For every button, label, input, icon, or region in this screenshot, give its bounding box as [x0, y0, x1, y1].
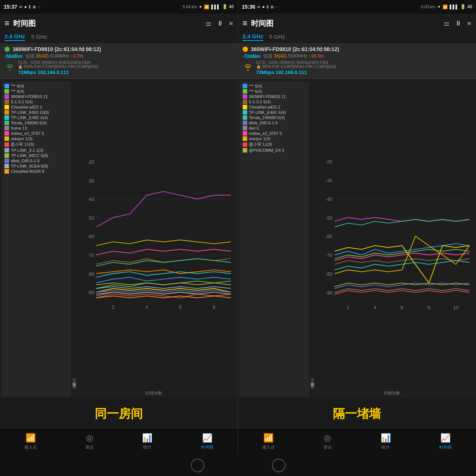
tab-5ghz[interactable]: 5 GHz [269, 33, 286, 41]
tab-bar: 2.4 GHz 5 GHz [238, 33, 476, 43]
status-left: 15:37 ∞ ● $ ⊞ ··· [4, 4, 41, 10]
chart-legend: *** 6(4) *** 6(4) 360WiFi-FD9810 11 [240, 82, 309, 397]
bottom-nav: 📶 接入点 ◎ 雷达 📊 统计 📈 时间图 [0, 428, 238, 455]
legend-label: *** 6(4) [11, 89, 24, 94]
nav-item-雷达[interactable]: ◎ 雷达 [323, 433, 332, 450]
legend-item: TP-LINK_89CC 6(8) [5, 153, 68, 158]
legend-color-box [243, 89, 247, 94]
wifi-details: 5170 - 5250 (80MHz) SHENZHEN FEN 🔒 [WPA-… [18, 60, 98, 75]
legend-color-box [243, 105, 247, 109]
nav-label: 雷达 [85, 444, 94, 450]
nav-item-统计[interactable]: 📊 统计 [381, 433, 391, 450]
wifi-freq-range: 5170 - 5250 (80MHz) SHENZHEN FEN [18, 60, 98, 65]
home-bar [0, 455, 476, 476]
legend-label: TP-LINK_8483 10(8) [11, 110, 49, 115]
legend-color-box [5, 84, 9, 88]
nav-item-接入点[interactable]: 📶 接入点 [262, 433, 275, 450]
toolbar-icons: ⚌ ⏸ ≋ [206, 19, 233, 27]
status-bar: 15:36 ∞ ● $ ⊞ ··· 0.03 k/s ✦ 📶 ▌▌▌ 🔋 46 [238, 0, 476, 14]
legend-item: dlink_DIR-5-1 6 [5, 159, 68, 163]
legend-color-box [5, 89, 9, 94]
legend-label: ChinaNet-RsGR 8 [11, 169, 44, 174]
legend-item: 360WiFi-FD9810 11 [5, 94, 68, 99]
filter-icon[interactable]: ⚌ [444, 19, 450, 27]
channel-info: 信道 36(42) 5180MHz ~16.3m [263, 53, 323, 59]
bt-icon: ✦ [199, 5, 202, 9]
app-title: 时间图 [13, 18, 202, 29]
legend-item: dlink_DIR-5-1 6 [243, 121, 306, 125]
legend-label: Tenda_199080 6(4) [11, 121, 47, 125]
legend-item: Tenda_199080 6(4) [243, 115, 306, 120]
legend-color-box [5, 164, 9, 168]
dots-icon: ··· [275, 5, 278, 9]
legend-color-box [5, 153, 9, 158]
legend-color-box [5, 94, 9, 99]
svg-text:2: 2 [112, 305, 114, 310]
time: 15:37 [4, 4, 17, 10]
bottom-nav: 📶 接入点 ◎ 雷达 📊 统计 📈 时间图 [238, 428, 476, 455]
nav-item-接入点[interactable]: 📶 接入点 [24, 433, 37, 450]
nav-icon: 📶 [26, 433, 36, 443]
legend-label: 360WiFi-FD9810 11 [249, 94, 286, 99]
nav-icon: 📈 [440, 433, 450, 443]
shield-icon: ⊞ [33, 5, 36, 9]
wifi-bars-icon[interactable]: ≋ [229, 20, 233, 26]
legend-label: 5-1-3-2 6(4) [249, 100, 271, 104]
nav-label: 接入点 [24, 444, 37, 450]
wifi-ssid: 360WiFi-FD9810 (2c:61:04:fd:98:12) [13, 46, 101, 52]
legend-color-box [243, 84, 247, 88]
bt-icon: ✦ [437, 5, 441, 9]
status-icons: ● [24, 5, 27, 9]
dots-icon: ··· [38, 5, 41, 9]
home-button-right[interactable] [272, 459, 286, 472]
chart-legend: *** 6(4) *** 6(4) 360WiFi-FD9810 11 [2, 82, 71, 397]
home-button-left[interactable] [191, 459, 204, 472]
nav-label: 雷达 [323, 444, 332, 450]
pause-icon[interactable]: ⏸ [217, 20, 224, 27]
legend-label: TP-LINK_E49C 6(4) [11, 115, 48, 120]
menu-button[interactable]: ≡ [243, 18, 248, 28]
legend-label: dlink_DIR-5-1 6 [11, 159, 39, 163]
legend-label: 5-1-3-2 6(4) [11, 100, 33, 104]
filter-icon[interactable]: ⚌ [206, 19, 212, 27]
nav-item-雷达[interactable]: ◎ 雷达 [85, 433, 94, 450]
legend-item: TP-LINK_E49C 6(4) [243, 110, 306, 115]
svg-text:-50: -50 [325, 216, 332, 221]
legend-color-box [243, 126, 247, 130]
nav-label: 统计 [143, 444, 151, 450]
legend-item: 5-1-3-2 6(4) [243, 100, 306, 104]
channel-info: 信道 36(42) 5180MHz ~3.7m [26, 53, 83, 59]
wifi-status-icon: 📶 [204, 5, 209, 9]
legend-item: 盈小军 11(9) [5, 142, 68, 147]
svg-text:-90: -90 [87, 290, 94, 295]
nav-icon: ◎ [86, 433, 93, 443]
wifi-status-icon: 📶 [443, 5, 448, 9]
pause-icon[interactable]: ⏸ [455, 20, 462, 27]
nav-item-统计[interactable]: 📊 统计 [142, 433, 152, 450]
wifi-status-dot [243, 47, 248, 52]
legend-label: *** 6(4) [11, 84, 24, 88]
svg-text:-90: -90 [325, 290, 332, 296]
tab-2-4ghz[interactable]: 2.4 GHz [243, 33, 263, 41]
nav-item-时间图[interactable]: 📈 时间图 [439, 433, 452, 450]
nav-label: 时间图 [201, 444, 213, 450]
tab-2-4ghz[interactable]: 2.4 GHz [5, 33, 25, 41]
chart-svg-wrapper: -20-30-40-50-60-70-80-902468 [78, 82, 236, 390]
legend-label: TP-LINK_E49C 6(4) [249, 110, 286, 115]
legend-item: 360WiFi-FD9810 11 [243, 94, 306, 99]
legend-color-box [243, 136, 247, 141]
legend-color-box [5, 110, 9, 115]
legend-label: @PHICOMM_D4 3 [249, 148, 284, 153]
toolbar-icons: ⚌ ⏸ ≋ [444, 19, 471, 27]
legend-item: 盈小军 11(9) [243, 142, 306, 147]
svg-text:-40: -40 [325, 197, 332, 202]
svg-text:6: 6 [179, 305, 182, 310]
nav-icon: 📈 [202, 433, 212, 443]
legend-item: xiaojun 1(3) [243, 136, 306, 141]
tab-5ghz[interactable]: 5 GHz [31, 33, 47, 41]
menu-button[interactable]: ≡ [5, 18, 9, 28]
y-axis-label: 信号强度 (dBm) [71, 82, 78, 390]
legend-label: TP-LINK_89CC 6(8) [11, 153, 48, 158]
wifi-bars-icon[interactable]: ≋ [467, 20, 471, 26]
nav-item-时间图[interactable]: 📈 时间图 [201, 433, 213, 450]
